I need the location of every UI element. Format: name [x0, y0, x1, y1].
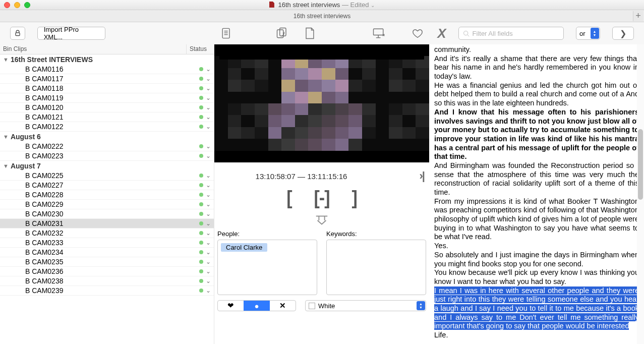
status-chevron-icon[interactable]: ⌄	[206, 123, 211, 130]
bin-clip-row[interactable]: B CAM0223⌄	[0, 151, 214, 161]
transcript-paragraph[interactable]: I mean I was in here with several other …	[434, 286, 639, 331]
bin-clip-row[interactable]: B CAM0233⌄	[0, 238, 214, 248]
bin-clip-row[interactable]: B CAM0231⌄	[0, 219, 214, 228]
transcript-paragraph[interactable]: And Birmingham was founded the Reconstru…	[434, 161, 639, 197]
bin-clip-row[interactable]: B CAM0121⌄	[0, 112, 214, 122]
zoom-window-button[interactable]	[24, 2, 30, 8]
status-chevron-icon[interactable]: ⌄	[206, 239, 211, 246]
bin-clip-row[interactable]: B CAM0232⌄	[0, 228, 214, 238]
document-icon-btn[interactable]	[302, 26, 317, 41]
status-chevron-icon[interactable]: ⌄	[206, 66, 211, 73]
desktop-export-icon[interactable]	[371, 26, 386, 41]
filter-search-field[interactable]	[458, 27, 564, 40]
bin-clip-row[interactable]: B CAM0228⌄	[0, 190, 214, 200]
import-ppro-xml-button[interactable]: Import PPro XML...	[37, 27, 105, 40]
bin-clip-row[interactable]: B CAM0116⌄	[0, 65, 214, 74]
status-chevron-icon[interactable]: ⌄	[206, 113, 211, 121]
bin-clip-row[interactable]: B CAM0119⌄	[0, 93, 214, 103]
favorite-heart-icon[interactable]	[411, 26, 426, 41]
transcript-paragraph[interactable]: Life.	[434, 331, 639, 340]
bin-clip-row[interactable]: B CAM0236⌄	[0, 267, 214, 276]
bin-clip-row[interactable]: B CAM0230⌄	[0, 209, 214, 219]
add-tab-button[interactable]: +	[633, 11, 643, 21]
rating-segmented-control[interactable]: ❤ ● ✕	[217, 300, 296, 311]
close-window-button[interactable]	[4, 2, 10, 8]
pages-icon[interactable]	[275, 26, 290, 41]
status-chevron-icon[interactable]: ⌄	[206, 249, 211, 256]
bin-clip-row[interactable]: B CAM0234⌄	[0, 248, 214, 257]
bin-header-clips[interactable]: Bin Clips	[0, 44, 187, 54]
reject-x-icon[interactable]: X	[437, 26, 446, 41]
status-chevron-icon[interactable]: ⌄	[206, 182, 211, 189]
mark-out-button[interactable]: ]	[352, 186, 357, 209]
title-chevron-icon[interactable]: ⌄	[371, 3, 375, 8]
bin-header-status[interactable]: Status	[187, 44, 214, 54]
copy-icon[interactable]	[219, 26, 234, 41]
mark-in-button[interactable]: [	[286, 186, 291, 209]
status-chevron-icon[interactable]: ⌄	[206, 172, 211, 179]
next-result-button[interactable]: ❯	[612, 27, 634, 40]
status-chevron-icon[interactable]: ⌄	[206, 104, 211, 111]
transcript-paragraph[interactable]: Yes.	[434, 242, 639, 251]
keywords-field[interactable]	[326, 240, 426, 295]
bin-clip-row[interactable]: B CAM0227⌄	[0, 181, 214, 190]
transcript-paragraph[interactable]: So absolutely and I just imagine the day…	[434, 251, 639, 268]
status-chevron-icon[interactable]: ⌄	[206, 277, 211, 284]
video-viewer[interactable]	[214, 44, 429, 162]
bin-group[interactable]: ▼August 6	[0, 132, 214, 142]
status-chevron-icon[interactable]: ⌄	[206, 94, 211, 101]
status-chevron-icon[interactable]: ⌄	[206, 210, 211, 217]
transcript-paragraph[interactable]: From my impressions it is kind of what B…	[434, 197, 639, 242]
bin-clip-row[interactable]: B CAM0120⌄	[0, 103, 214, 112]
bin-clip-row[interactable]: B CAM0239⌄	[0, 286, 214, 296]
transcript-paragraph[interactable]: And I know that his message often to his…	[434, 108, 639, 161]
bin-clip-row[interactable]: B CAM0235⌄	[0, 257, 214, 267]
rating-reject[interactable]: ✕	[270, 301, 296, 311]
color-label-select[interactable]: White ▲▼	[305, 300, 426, 311]
transcript-paragraph[interactable]: And it's it's really a shame that there …	[434, 54, 639, 81]
status-chevron-icon[interactable]: ⌄	[206, 287, 211, 294]
bin-clip-row[interactable]: B CAM0225⌄	[0, 171, 214, 181]
insert-down-button[interactable]	[214, 209, 429, 230]
transcript-paragraph[interactable]: You know because we'll pick up every kno…	[434, 268, 639, 286]
clip-name: B CAM0117	[25, 75, 199, 83]
bin-clip-row[interactable]: B CAM0229⌄	[0, 200, 214, 209]
status-chevron-icon[interactable]: ⌄	[206, 152, 211, 159]
filter-search-input[interactable]	[473, 30, 559, 37]
bin-clip-row[interactable]: B CAM0122⌄	[0, 122, 214, 132]
status-chevron-icon[interactable]: ⌄	[206, 85, 211, 92]
status-chevron-icon[interactable]: ⌄	[206, 258, 211, 265]
bin-clip-row[interactable]: B CAM0117⌄	[0, 74, 214, 84]
status-chevron-icon[interactable]: ⌄	[206, 191, 211, 198]
transcript-selection: I mean I was in here with several other …	[434, 286, 639, 330]
status-chevron-icon[interactable]: ⌄	[206, 201, 211, 208]
scrollbar-thumb[interactable]	[638, 129, 643, 200]
people-tag[interactable]: Carol Clarke	[221, 243, 267, 252]
status-chevron-icon[interactable]: ⌄	[206, 75, 211, 82]
clear-range-button[interactable]: [-]	[314, 186, 330, 209]
bin-clip-row[interactable]: B CAM0238⌄	[0, 276, 214, 286]
filter-mode-select[interactable]: or ▲▼	[576, 27, 600, 40]
document-tab[interactable]: 16th street interviews	[294, 13, 350, 20]
bin-group[interactable]: ▼August 7	[0, 161, 214, 171]
bin-clip-row[interactable]: B CAM0118⌄	[0, 84, 214, 93]
svg-rect-1	[222, 28, 229, 38]
bin-clip-row[interactable]: B CAM0222⌄	[0, 142, 214, 151]
timecode-row: 13:10:58:07 — 13:11:15:16 ›|	[214, 166, 429, 186]
transcript-text[interactable]: community.And it's it's really a shame t…	[429, 44, 644, 344]
skip-to-end-button[interactable]: ›|	[420, 169, 424, 183]
transcript-paragraph[interactable]: community.	[434, 45, 639, 54]
people-field[interactable]: Carol Clarke	[217, 240, 317, 295]
transcript-paragraph[interactable]: He was a financial genius and led the ch…	[434, 81, 639, 108]
bin-list[interactable]: ▼16th Street INTERVIEWSB CAM0116⌄B CAM01…	[0, 54, 214, 344]
lock-button[interactable]	[10, 27, 25, 40]
rating-neutral[interactable]: ●	[244, 301, 269, 311]
status-chevron-icon[interactable]: ⌄	[206, 230, 211, 237]
status-chevron-icon[interactable]: ⌄	[206, 143, 211, 150]
bin-group[interactable]: ▼16th Street INTERVIEWS	[0, 54, 214, 65]
status-chevron-icon[interactable]: ⌄	[206, 268, 211, 275]
minimize-window-button[interactable]	[14, 2, 20, 8]
status-chevron-icon[interactable]: ⌄	[206, 220, 211, 227]
transcript-scrollbar[interactable]	[637, 44, 644, 344]
rating-favorite[interactable]: ❤	[218, 301, 244, 311]
